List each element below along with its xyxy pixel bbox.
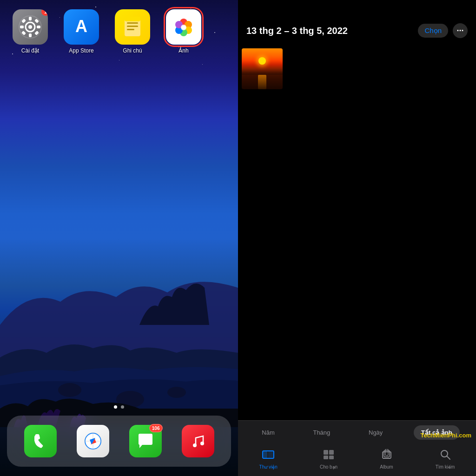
tab-thuvien[interactable]: Thư viện: [255, 447, 282, 471]
view-ngay[interactable]: Ngày: [361, 425, 390, 440]
photos-icon[interactable]: [166, 9, 201, 45]
dock-phone[interactable]: [24, 425, 57, 457]
photos-date-range: 13 thg 2 – 3 thg 5, 2022: [246, 26, 418, 36]
app-notes[interactable]: Ghi chú: [112, 9, 153, 54]
app-dock: 106: [7, 416, 231, 467]
svg-text:A: A: [75, 17, 87, 36]
more-dots-icon: ···: [456, 26, 463, 36]
app-photos[interactable]: Ảnh: [163, 9, 205, 54]
home-screen: 1 Cài đặt A App Store: [0, 0, 238, 476]
albums-icon: [381, 449, 393, 463]
tab-album[interactable]: Album: [375, 447, 397, 471]
svg-rect-7: [29, 33, 32, 37]
svg-rect-36: [263, 451, 267, 458]
svg-rect-44: [385, 449, 388, 456]
notes-icon[interactable]: [115, 9, 150, 45]
search-tab-label: Tìm kiếm: [436, 464, 455, 469]
appstore-icon[interactable]: A: [64, 9, 99, 45]
photos-tabbar: Năm Tháng Ngày Tất cả ảnh Thư viện: [238, 420, 476, 476]
notes-label: Ghi chú: [123, 47, 142, 54]
sun-element: [258, 57, 266, 65]
app-grid: 1 Cài đặt A App Store: [9, 9, 205, 54]
app-appstore[interactable]: A App Store: [60, 9, 102, 54]
page-dot-1: [114, 405, 117, 409]
page-dot-2: [121, 405, 124, 409]
svg-rect-38: [324, 450, 328, 455]
svg-rect-9: [37, 26, 40, 28]
foryou-icon: [323, 449, 335, 463]
albums-tab-label: Album: [380, 464, 393, 469]
svg-rect-16: [127, 22, 138, 24]
photo-thumbnail[interactable]: [242, 48, 283, 89]
library-icon: [262, 449, 275, 463]
svg-rect-18: [127, 29, 134, 30]
photos-label: Ảnh: [178, 47, 188, 54]
svg-point-26: [181, 25, 186, 30]
tab-choban[interactable]: Cho bạn: [315, 447, 342, 471]
settings-icon[interactable]: 1: [13, 9, 48, 45]
sunset-image: [242, 48, 283, 89]
appstore-label: App Store: [69, 47, 93, 54]
search-icon: [440, 449, 451, 463]
svg-rect-43: [384, 450, 390, 457]
svg-point-33: [193, 443, 197, 447]
dock-safari[interactable]: [77, 425, 109, 457]
svg-rect-39: [329, 450, 334, 455]
library-tab-label: Thư viện: [259, 464, 278, 469]
more-button[interactable]: ···: [453, 23, 468, 38]
tab-timkiem[interactable]: Tìm kiếm: [431, 447, 460, 471]
svg-rect-6: [29, 17, 32, 20]
dock-music[interactable]: [182, 425, 214, 457]
settings-label: Cài đặt: [21, 47, 39, 54]
svg-rect-8: [20, 26, 24, 28]
app-settings[interactable]: 1 Cài đặt: [9, 9, 51, 54]
tab-bar: Thư viện Cho bạn: [238, 445, 476, 471]
watermark: TechMienPhi.com: [420, 432, 471, 439]
reflection-element: [258, 75, 266, 89]
messages-badge: 106: [149, 424, 163, 432]
svg-point-5: [28, 25, 32, 29]
view-thang[interactable]: Tháng: [305, 425, 337, 440]
chon-button[interactable]: Chọn: [418, 24, 448, 38]
page-indicator: [114, 405, 124, 409]
photos-grid: [238, 44, 476, 420]
svg-rect-19: [125, 17, 140, 21]
svg-point-34: [200, 442, 204, 445]
svg-rect-37: [268, 451, 274, 458]
svg-line-46: [447, 456, 450, 459]
svg-rect-41: [329, 456, 334, 459]
foryou-tab-label: Cho bạn: [320, 464, 337, 469]
svg-rect-17: [127, 26, 138, 27]
photos-app: 13 thg 2 – 3 thg 5, 2022 Chọn ··· Năm Th…: [238, 0, 476, 476]
view-nam[interactable]: Năm: [254, 425, 282, 440]
svg-rect-40: [324, 456, 328, 459]
dock-messages[interactable]: 106: [129, 425, 162, 457]
photos-header: 13 thg 2 – 3 thg 5, 2022 Chọn ···: [238, 0, 476, 44]
